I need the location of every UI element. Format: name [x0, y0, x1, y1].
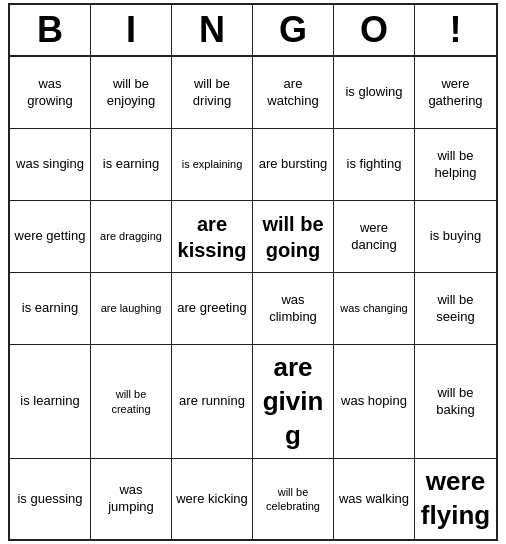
bingo-cell-20: are greeting	[172, 273, 253, 345]
cell-text-19: are laughing	[101, 301, 162, 315]
bingo-cell-3: are watching	[253, 57, 334, 129]
cell-text-28: was hoping	[341, 393, 407, 410]
bingo-cell-9: are bursting	[253, 129, 334, 201]
cell-text-12: were getting	[15, 228, 86, 245]
cell-text-17: is buying	[430, 228, 481, 245]
cell-text-31: was jumping	[95, 482, 167, 516]
cell-text-33: will be celebrating	[257, 485, 329, 514]
bingo-cell-5: were gathering	[415, 57, 496, 129]
bingo-cell-33: will be celebrating	[253, 459, 334, 539]
bingo-cell-13: are dragging	[91, 201, 172, 273]
bingo-cell-0: was growing	[10, 57, 91, 129]
cell-text-35: were flying	[419, 465, 492, 533]
bingo-cell-17: is buying	[415, 201, 496, 273]
bingo-cell-2: will be driving	[172, 57, 253, 129]
cell-text-13: are dragging	[100, 229, 162, 243]
cell-text-27: are giving	[257, 351, 329, 452]
cell-text-14: are kissing	[176, 211, 248, 263]
cell-text-3: are watching	[257, 76, 329, 110]
cell-text-10: is fighting	[347, 156, 402, 173]
cell-text-1: will be enjoying	[95, 76, 167, 110]
bingo-cell-30: is guessing	[10, 459, 91, 539]
cell-text-32: were kicking	[176, 491, 248, 508]
cell-text-22: was changing	[340, 301, 407, 315]
bingo-cell-11: will be helping	[415, 129, 496, 201]
cell-text-34: was walking	[339, 491, 409, 508]
cell-text-24: is learning	[20, 393, 79, 410]
bingo-cell-4: is glowing	[334, 57, 415, 129]
cell-text-16: were dancing	[338, 220, 410, 254]
header-letter-2: N	[172, 5, 253, 55]
header-letter-5: !	[415, 5, 496, 55]
cell-text-29: will be baking	[419, 385, 492, 419]
header-letter-4: O	[334, 5, 415, 55]
cell-text-2: will be driving	[176, 76, 248, 110]
cell-text-5: were gathering	[419, 76, 492, 110]
cell-text-18: is earning	[22, 300, 78, 317]
bingo-cell-31: was jumping	[91, 459, 172, 539]
bingo-cell-14: are kissing	[172, 201, 253, 273]
bingo-cell-32: were kicking	[172, 459, 253, 539]
cell-text-6: was singing	[16, 156, 84, 173]
bingo-cell-10: is fighting	[334, 129, 415, 201]
cell-text-11: will be helping	[419, 148, 492, 182]
bingo-cell-22: was changing	[334, 273, 415, 345]
cell-text-4: is glowing	[345, 84, 402, 101]
bingo-cell-27: are giving	[253, 345, 334, 459]
bingo-cell-18: is earning	[10, 273, 91, 345]
bingo-cell-1: will be enjoying	[91, 57, 172, 129]
cell-text-8: is explaining	[182, 157, 243, 171]
cell-text-23: will be seeing	[419, 292, 492, 326]
cell-text-20: are greeting	[177, 300, 246, 317]
bingo-cell-19: are laughing	[91, 273, 172, 345]
bingo-cell-23: will be seeing	[415, 273, 496, 345]
cell-text-0: was growing	[14, 76, 86, 110]
cell-text-7: is earning	[103, 156, 159, 173]
bingo-cell-21: was climbing	[253, 273, 334, 345]
header-letter-1: I	[91, 5, 172, 55]
bingo-cell-15: will be going	[253, 201, 334, 273]
bingo-card: BINGO! was growingwill be enjoyingwill b…	[8, 3, 498, 541]
cell-text-30: is guessing	[17, 491, 82, 508]
bingo-cell-26: are running	[172, 345, 253, 459]
bingo-cell-25: will be creating	[91, 345, 172, 459]
bingo-cell-34: was walking	[334, 459, 415, 539]
bingo-header: BINGO!	[10, 5, 496, 57]
bingo-cell-16: were dancing	[334, 201, 415, 273]
bingo-cell-24: is learning	[10, 345, 91, 459]
cell-text-26: are running	[179, 393, 245, 410]
cell-text-25: will be creating	[95, 387, 167, 416]
cell-text-9: are bursting	[259, 156, 328, 173]
bingo-cell-8: is explaining	[172, 129, 253, 201]
header-letter-3: G	[253, 5, 334, 55]
bingo-cell-29: will be baking	[415, 345, 496, 459]
cell-text-15: will be going	[257, 211, 329, 263]
bingo-cell-35: were flying	[415, 459, 496, 539]
bingo-grid: was growingwill be enjoyingwill be drivi…	[10, 57, 496, 539]
cell-text-21: was climbing	[257, 292, 329, 326]
bingo-cell-28: was hoping	[334, 345, 415, 459]
header-letter-0: B	[10, 5, 91, 55]
bingo-cell-12: were getting	[10, 201, 91, 273]
bingo-cell-7: is earning	[91, 129, 172, 201]
bingo-cell-6: was singing	[10, 129, 91, 201]
